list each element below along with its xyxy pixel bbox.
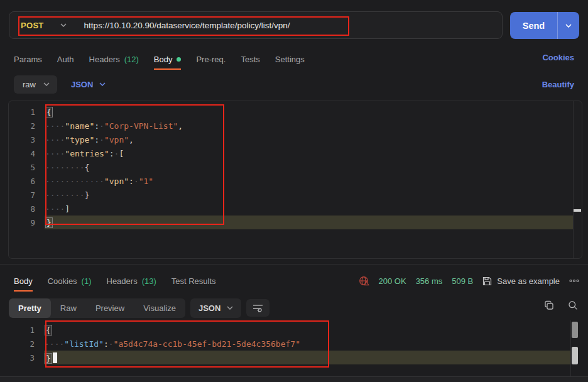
tab-params[interactable]: Params: [14, 55, 42, 64]
line-number: 1: [9, 107, 45, 117]
chevron-down-icon: [99, 82, 106, 86]
response-scrollbar-thumb[interactable]: [572, 322, 578, 338]
response-time: 356 ms: [416, 276, 443, 286]
view-raw[interactable]: Raw: [51, 298, 86, 318]
cookies-link[interactable]: Cookies: [542, 53, 574, 62]
method-dropdown[interactable]: POST: [9, 12, 77, 38]
tab-test-results[interactable]: Test Results: [172, 276, 216, 286]
request-response-divider: [0, 264, 588, 265]
line-number: 1: [8, 325, 45, 335]
save-as-example-button[interactable]: Save as example: [482, 276, 560, 286]
line-number: 4: [9, 149, 45, 158]
code-line: 3····"type":·"vpn",: [9, 133, 582, 146]
method-label: POST: [21, 21, 44, 30]
line-number: 9: [9, 218, 45, 227]
code-line: 1{: [8, 323, 580, 337]
save-icon: [482, 276, 492, 286]
code-line: 7········}: [9, 188, 582, 202]
tab-body[interactable]: Body: [154, 55, 182, 64]
language-dropdown[interactable]: JSON: [71, 80, 106, 89]
tab-settings[interactable]: Settings: [275, 55, 305, 64]
scrollbar-marker: [574, 209, 581, 212]
code-line: 2····"listId":·"a5d4c74a-cc1b-45ef-bd21-…: [8, 337, 580, 351]
code-line: 2····"name":·"Corp-VPN-List",: [9, 119, 582, 133]
code-line: 4····"entries":·[: [9, 146, 582, 160]
tab-response-headers[interactable]: Headers(13): [107, 276, 156, 286]
beautify-link[interactable]: Beautify: [542, 80, 574, 89]
request-body-editor[interactable]: 1{2····"name":·"Corp-VPN-List",3····"typ…: [8, 101, 582, 259]
line-number: 3: [8, 353, 45, 363]
response-size: 509 B: [452, 276, 473, 286]
request-tabs: Params Auth Headers(12) Body Pre-req. Te…: [0, 50, 588, 68]
line-number: 8: [9, 204, 45, 214]
line-number: 3: [9, 135, 45, 145]
copy-icon[interactable]: [544, 300, 554, 310]
more-options-icon[interactable]: [569, 279, 579, 283]
view-preview[interactable]: Preview: [86, 298, 134, 318]
response-headers-count: (13): [142, 276, 156, 286]
tab-tests[interactable]: Tests: [241, 55, 259, 64]
response-status-bar: 200 OK 356 ms 509 B Save as example: [359, 271, 579, 290]
code-line: 9}: [9, 216, 582, 229]
url-input[interactable]: https://10.10.20.90/dataservice/template…: [84, 21, 290, 30]
request-editor-scrollbar[interactable]: [573, 101, 582, 258]
line-number: 2: [9, 121, 45, 131]
search-icon[interactable]: [568, 300, 578, 310]
view-visualize[interactable]: Visualize: [134, 298, 185, 318]
request-url-bar: POST https://10.10.20.90/dataservice/tem…: [9, 11, 503, 39]
chevron-down-icon: [43, 82, 50, 86]
chevron-down-icon: [60, 23, 67, 27]
request-code-lines: 1{2····"name":·"Corp-VPN-List",3····"typ…: [9, 105, 582, 229]
tab-headers[interactable]: Headers(12): [89, 55, 139, 64]
wrap-lines-icon: [253, 303, 263, 312]
line-number: 6: [9, 177, 45, 186]
code-line: 3}: [8, 351, 580, 364]
tab-response-cookies[interactable]: Cookies(1): [48, 276, 92, 286]
code-line: 6············"vpn":·"1": [9, 174, 582, 188]
send-options-button[interactable]: [558, 12, 579, 39]
format-dropdown[interactable]: raw: [14, 75, 57, 94]
response-tools: [544, 300, 578, 310]
body-modified-dot: [177, 57, 181, 62]
bottom-edge: [0, 376, 588, 382]
status-code: 200 OK: [379, 276, 406, 286]
headers-count: (12): [124, 55, 139, 64]
view-switcher: Pretty Raw Preview Visualize: [9, 298, 185, 318]
cookies-count: (1): [82, 276, 92, 286]
line-number: 2: [8, 339, 45, 349]
response-view-toolbar: Pretty Raw Preview Visualize JSON: [9, 298, 579, 318]
postman-window: POST https://10.10.20.90/dataservice/tem…: [0, 0, 588, 382]
code-line: 8····]: [9, 202, 582, 216]
line-number: 7: [9, 190, 45, 200]
text-cursor: [53, 352, 57, 363]
response-scrollbar-thumb-2[interactable]: [572, 347, 578, 364]
response-body-viewer[interactable]: 1{2····"listId":·"a5d4c74a-cc1b-45ef-bd2…: [8, 320, 580, 364]
line-number: 5: [9, 163, 45, 172]
code-line: 1{: [9, 105, 582, 119]
chevron-down-icon: [565, 24, 572, 28]
send-button[interactable]: Send: [510, 12, 579, 39]
view-pretty[interactable]: Pretty: [9, 298, 51, 318]
code-line: 5········{: [9, 160, 582, 174]
send-button-label[interactable]: Send: [510, 12, 558, 39]
body-format-bar: raw JSON Beautify: [0, 74, 588, 94]
response-language-dropdown[interactable]: JSON: [190, 298, 241, 318]
tab-auth[interactable]: Auth: [57, 55, 74, 64]
response-scrollbar-track: [570, 320, 571, 376]
chevron-down-icon: [227, 306, 233, 310]
tab-pre-request[interactable]: Pre-req.: [196, 55, 226, 64]
tab-response-body[interactable]: Body: [14, 276, 33, 286]
wrap-lines-button[interactable]: [246, 299, 270, 317]
response-code-lines: 1{2····"listId":·"a5d4c74a-cc1b-45ef-bd2…: [8, 323, 580, 364]
ssl-warning-globe-icon[interactable]: [359, 276, 369, 286]
